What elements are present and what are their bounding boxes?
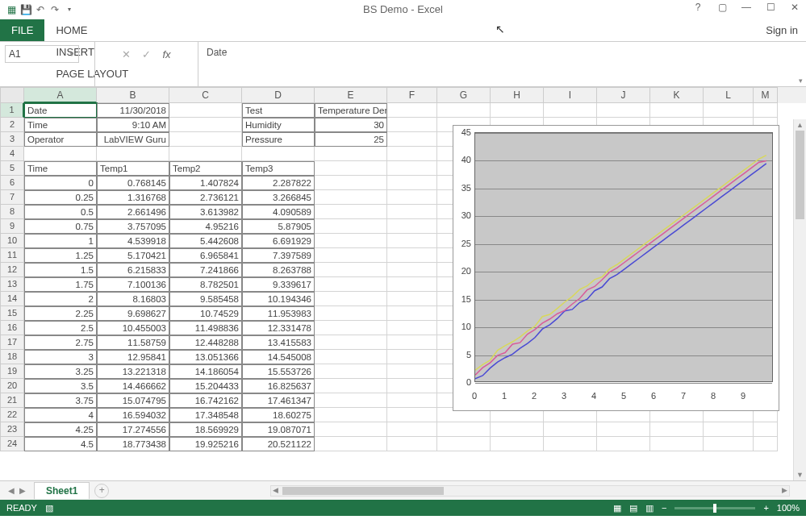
cell-C8[interactable]: 3.613982	[169, 205, 242, 219]
cell-A18[interactable]: 3	[24, 350, 97, 364]
cell-C16[interactable]: 11.498836	[169, 321, 242, 335]
cell-B24[interactable]: 18.773438	[97, 437, 169, 451]
cell-A21[interactable]: 3.75	[24, 393, 97, 408]
cell-E7[interactable]	[315, 190, 387, 205]
cell-B23[interactable]: 17.274556	[97, 422, 169, 437]
cell-E24[interactable]	[315, 437, 387, 451]
cell-D12[interactable]: 8.263788	[242, 263, 315, 277]
formula-expand-icon[interactable]: ▾	[799, 77, 803, 85]
cell-M24[interactable]	[754, 437, 778, 451]
cell-B1[interactable]: 11/30/2018	[97, 103, 169, 118]
cell-C18[interactable]: 13.051366	[169, 350, 242, 364]
cell-F15[interactable]	[387, 306, 437, 321]
cell-B7[interactable]: 1.316768	[97, 190, 169, 205]
cell-E3[interactable]: 25	[315, 132, 387, 147]
cell-B20[interactable]: 14.466662	[97, 379, 169, 393]
cell-D15[interactable]: 11.953983	[242, 306, 315, 321]
cell-F21[interactable]	[387, 393, 437, 408]
row-header[interactable]: 9	[0, 219, 24, 234]
cell-D13[interactable]: 9.339617	[242, 277, 315, 292]
cell-F6[interactable]	[387, 176, 437, 190]
cell-C3[interactable]	[169, 132, 242, 147]
row-header[interactable]: 18	[0, 350, 24, 364]
column-header-L[interactable]: L	[704, 87, 754, 103]
row-header[interactable]: 4	[0, 147, 24, 161]
cell-E13[interactable]	[315, 277, 387, 292]
cell-F22[interactable]	[387, 408, 437, 422]
cell-G23[interactable]	[437, 422, 491, 437]
column-header-I[interactable]: I	[544, 87, 597, 103]
cell-E17[interactable]	[315, 335, 387, 350]
row-header[interactable]: 13	[0, 277, 24, 292]
cell-B4[interactable]	[97, 147, 169, 161]
cell-I1[interactable]	[544, 103, 597, 118]
cell-B18[interactable]: 12.95841	[97, 350, 169, 364]
row-header[interactable]: 5	[0, 161, 24, 176]
fx-icon[interactable]: fx	[162, 48, 170, 60]
scroll-up-icon[interactable]: ▲	[794, 121, 806, 129]
cell-F20[interactable]	[387, 379, 437, 393]
cell-A6[interactable]: 0	[24, 176, 97, 190]
cell-F1[interactable]	[387, 103, 437, 118]
cell-A12[interactable]: 1.5	[24, 263, 97, 277]
cell-A5[interactable]: Time	[24, 161, 97, 176]
cell-F13[interactable]	[387, 277, 437, 292]
cell-C21[interactable]: 16.742162	[169, 393, 242, 408]
cell-D6[interactable]: 2.287822	[242, 176, 315, 190]
cell-C17[interactable]: 12.448288	[169, 335, 242, 350]
cell-A19[interactable]: 3.25	[24, 364, 97, 379]
scroll-down-icon[interactable]: ▼	[794, 471, 806, 479]
cell-A1[interactable]: Date	[24, 103, 97, 118]
cell-F16[interactable]	[387, 321, 437, 335]
cell-H23[interactable]	[491, 422, 544, 437]
zoom-knob[interactable]	[713, 504, 716, 513]
row-header[interactable]: 3	[0, 132, 24, 147]
cell-F24[interactable]	[387, 437, 437, 451]
cell-I24[interactable]	[544, 437, 597, 451]
minimize-button[interactable]: —	[738, 2, 754, 13]
cell-E22[interactable]	[315, 408, 387, 422]
cell-F4[interactable]	[387, 147, 437, 161]
cell-H1[interactable]	[491, 103, 544, 118]
zoom-level[interactable]: 100%	[777, 503, 800, 513]
cell-A4[interactable]	[24, 147, 97, 161]
add-sheet-button[interactable]: +	[94, 484, 109, 498]
cell-E2[interactable]: 30	[315, 118, 387, 132]
cell-E14[interactable]	[315, 292, 387, 306]
cell-B9[interactable]: 3.757095	[97, 219, 169, 234]
macro-record-icon[interactable]: ▧	[45, 503, 53, 513]
cell-D2[interactable]: Humidity	[242, 118, 315, 132]
cell-B16[interactable]: 10.455003	[97, 321, 169, 335]
cell-D24[interactable]: 20.521122	[242, 437, 315, 451]
redo-icon[interactable]: ↷	[48, 3, 61, 16]
cell-F12[interactable]	[387, 263, 437, 277]
column-header-E[interactable]: E	[315, 87, 387, 103]
cell-G24[interactable]	[437, 437, 491, 451]
cell-M1[interactable]	[754, 103, 778, 118]
cell-E19[interactable]	[315, 364, 387, 379]
cell-C2[interactable]	[169, 118, 242, 132]
cell-B3[interactable]: LabVIEW Guru	[97, 132, 169, 147]
cell-E15[interactable]	[315, 306, 387, 321]
cell-B6[interactable]: 0.768145	[97, 176, 169, 190]
view-normal-icon[interactable]: ▦	[613, 503, 621, 513]
cell-L24[interactable]	[704, 437, 754, 451]
cell-C13[interactable]: 8.782501	[169, 277, 242, 292]
cell-D7[interactable]: 3.266845	[242, 190, 315, 205]
file-tab[interactable]: FILE	[0, 19, 44, 41]
formula-input[interactable]: Date	[198, 42, 806, 86]
cell-D18[interactable]: 14.545008	[242, 350, 315, 364]
cell-F9[interactable]	[387, 219, 437, 234]
cell-C20[interactable]: 15.204433	[169, 379, 242, 393]
cell-F2[interactable]	[387, 118, 437, 132]
cell-H24[interactable]	[491, 437, 544, 451]
cell-K1[interactable]	[650, 103, 704, 118]
cell-B19[interactable]: 13.221318	[97, 364, 169, 379]
zoom-in-icon[interactable]: +	[763, 503, 768, 513]
cell-B22[interactable]: 16.594032	[97, 408, 169, 422]
tab-home[interactable]: HOME	[44, 19, 140, 41]
cell-K23[interactable]	[650, 422, 704, 437]
column-header-F[interactable]: F	[387, 87, 437, 103]
cell-A22[interactable]: 4	[24, 408, 97, 422]
vertical-scrollbar[interactable]: ▲ ▼	[793, 119, 806, 480]
